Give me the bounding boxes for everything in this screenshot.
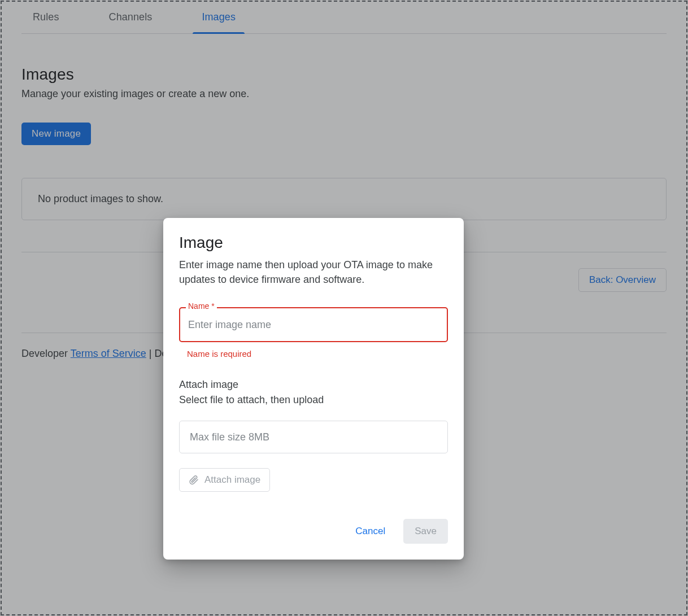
attach-image-button[interactable]: Attach image <box>179 468 270 492</box>
file-drop-box[interactable]: Max file size 8MB <box>179 421 448 453</box>
attach-title: Attach image <box>179 379 448 391</box>
dialog-actions: Cancel Save <box>179 519 448 544</box>
save-button[interactable]: Save <box>403 519 448 544</box>
name-field: Name * <box>179 307 448 342</box>
attach-description: Select file to attach, then upload <box>179 394 448 406</box>
dialog-description: Enter image name then upload your OTA im… <box>179 257 448 287</box>
dialog-title: Image <box>179 234 448 252</box>
name-field-label: Name * <box>186 302 217 311</box>
name-input[interactable] <box>179 307 448 342</box>
cancel-button[interactable]: Cancel <box>351 520 390 543</box>
paperclip-icon <box>189 474 199 486</box>
name-error-text: Name is required <box>179 349 448 359</box>
image-dialog: Image Enter image name then upload your … <box>163 218 464 560</box>
attach-image-button-label: Attach image <box>204 474 260 486</box>
